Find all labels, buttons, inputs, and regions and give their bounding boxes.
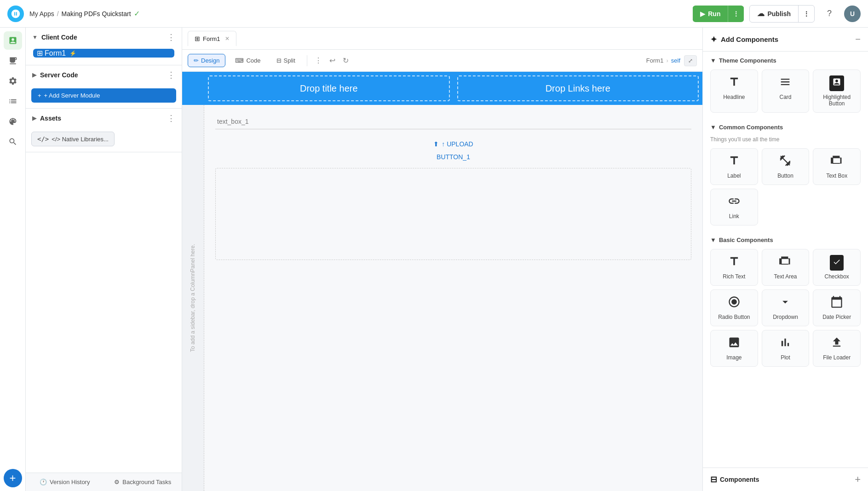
split-icon: ⊟ [276, 57, 282, 64]
drop-title-zone[interactable]: Drop title here [208, 75, 450, 101]
user-avatar[interactable]: U [844, 6, 861, 22]
components-footer-label: Components [720, 476, 759, 483]
collapse-panel-button[interactable]: − [855, 34, 861, 45]
right-panel-footer: ⊟ Components + [703, 468, 868, 491]
date-picker-component[interactable]: Date Picker [813, 289, 861, 326]
radio-button-component[interactable]: Radio Button [710, 289, 758, 326]
form1-tab-area: ⊞ Form1 ⚡ [26, 47, 182, 65]
app-logo[interactable] [7, 6, 24, 22]
native-libraries-button[interactable]: </> </> Native Libraries... [31, 132, 115, 146]
basic-section-header[interactable]: ▼ Basic Components [710, 237, 861, 243]
sidebar-list-btn[interactable] [4, 92, 22, 110]
breadcrumb: My Apps / Making PDFs Quickstart ✓ [29, 9, 140, 18]
assets-more[interactable]: ⋮ [167, 113, 175, 123]
version-history-label: Version History [50, 479, 90, 485]
server-code-section: ▶ Server Code ⋮ + + Add Server Module [26, 65, 182, 109]
button-component[interactable]: Button [762, 148, 810, 185]
text-area-component[interactable]: Text Area [762, 249, 810, 286]
server-code-more[interactable]: ⋮ [167, 70, 175, 80]
link-icon [728, 195, 741, 210]
sidebar-paint-btn[interactable] [4, 112, 22, 131]
add-new-button[interactable]: + [4, 469, 22, 487]
common-section-header[interactable]: ▼ Common Components [710, 124, 861, 131]
expand-button[interactable]: ⤢ [684, 55, 697, 66]
sidebar-data-btn[interactable] [4, 52, 22, 70]
sidebar-pages-btn[interactable] [4, 31, 22, 50]
client-code-chevron: ▼ [32, 34, 38, 40]
theme-section-header[interactable]: ▼ Theme Components [710, 57, 861, 64]
more-options-button[interactable]: ⋮ [313, 54, 324, 67]
plot-component[interactable]: Plot [762, 330, 810, 367]
add-components-title: ✦ Add Components [710, 35, 778, 45]
highlighted-button-component[interactable]: Highlighted Button [813, 69, 861, 113]
headline-component[interactable]: Headline [710, 69, 758, 113]
bottom-tabs: 🕐 Version History ⚙ Background Tasks [26, 473, 182, 491]
undo-button[interactable]: ↩ [328, 54, 337, 67]
image-component[interactable]: Image [710, 330, 758, 367]
upload-link[interactable]: ⬆ ↑ UPLOAD [433, 140, 473, 148]
apps-link[interactable]: My Apps [29, 10, 54, 17]
publish-more-icon: ⋮ [803, 10, 810, 17]
background-tasks-tab[interactable]: ⚙ Background Tasks [104, 473, 182, 491]
sidebar-drop-text: To add a sidebar, drop a ColumnPanel her… [189, 244, 197, 352]
card-component[interactable]: Card [762, 69, 810, 113]
drop-links-zone[interactable]: Drop Links here [457, 75, 699, 101]
drop-links-text: Drop Links here [546, 83, 610, 94]
client-code-header[interactable]: ▼ Client Code ⋮ [26, 28, 182, 47]
publish-cloud-icon: ☁ [757, 9, 765, 18]
dropdown-label: Dropdown [773, 314, 798, 320]
file-loader-icon [830, 336, 843, 352]
server-code-chevron: ▶ [32, 72, 36, 78]
add-server-icon: + [38, 92, 41, 99]
client-code-more[interactable]: ⋮ [167, 32, 175, 42]
drop-column-panel[interactable] [215, 168, 691, 260]
form1-file-close[interactable]: ✕ [225, 35, 230, 42]
button1-row: BUTTON_1 [215, 153, 691, 161]
button1-link[interactable]: BUTTON_1 [437, 153, 470, 161]
common-components-section: ▼ Common Components Things you'll use al… [703, 118, 868, 231]
theme-components-section: ▼ Theme Components Headline Card [703, 52, 868, 118]
assets-header[interactable]: ▶ Assets ⋮ [26, 109, 182, 128]
canvas[interactable]: Drop title here Drop Links here To add a… [182, 72, 702, 491]
text-area-icon [779, 255, 792, 271]
card-icon [779, 75, 792, 91]
run-button[interactable]: ▶ Run ⋮ [693, 6, 744, 22]
redo-button[interactable]: ↻ [341, 54, 351, 67]
toolbar: ✏ Design ⌨ Code ⊟ Split ⋮ ↩ ↻ Form1 › se… [182, 50, 702, 72]
theme-components-grid: Headline Card High [710, 69, 861, 113]
design-button[interactable]: ✏ Design [188, 54, 225, 67]
dropdown-component[interactable]: Dropdown [762, 289, 810, 326]
rich-text-component[interactable]: Rich Text [710, 249, 758, 286]
checkbox-component[interactable]: Checkbox [813, 249, 861, 286]
editor-breadcrumb: Form1 › self [646, 57, 680, 64]
code-label: Code [246, 57, 260, 64]
split-button[interactable]: ⊟ Split [270, 54, 301, 67]
file-loader-component[interactable]: File Loader [813, 330, 861, 367]
version-history-tab[interactable]: 🕐 Version History [26, 473, 104, 491]
publish-main[interactable]: ☁ Publish [750, 6, 798, 22]
link-component[interactable]: Link [710, 189, 758, 225]
label-component[interactable]: Label [710, 148, 758, 185]
server-code-header[interactable]: ▶ Server Code ⋮ [26, 65, 182, 85]
add-server-module-button[interactable]: + + Add Server Module [31, 88, 176, 103]
background-tasks-label: Background Tasks [122, 479, 171, 485]
form1-file-tab[interactable]: ⊞ Form1 ✕ [188, 31, 236, 46]
sidebar-search-btn[interactable] [4, 133, 22, 151]
form1-tab[interactable]: ⊞ Form1 ⚡ [33, 49, 174, 58]
card-label: Card [779, 94, 791, 100]
publish-button[interactable]: ☁ Publish ⋮ [749, 5, 815, 23]
add-component-footer-button[interactable]: + [855, 474, 861, 485]
textbox-component[interactable]: Text Box [813, 148, 861, 185]
code-button[interactable]: ⌨ Code [229, 54, 266, 67]
text-box-1[interactable] [215, 114, 691, 129]
sidebar-drop-hint[interactable]: To add a sidebar, drop a ColumnPanel her… [182, 105, 204, 491]
help-button[interactable]: ? [820, 5, 839, 23]
project-name[interactable]: Making PDFs Quickstart [62, 10, 131, 17]
sidebar-settings-btn[interactable] [4, 72, 22, 90]
plot-icon [779, 336, 792, 352]
main-layout: + ▼ Client Code ⋮ ⊞ Form1 ⚡ [0, 28, 868, 491]
run-more[interactable]: ⋮ [728, 6, 744, 21]
run-main[interactable]: ▶ Run [693, 6, 728, 21]
app-header-bar: Drop title here Drop Links here [182, 72, 702, 105]
publish-more[interactable]: ⋮ [799, 6, 814, 21]
